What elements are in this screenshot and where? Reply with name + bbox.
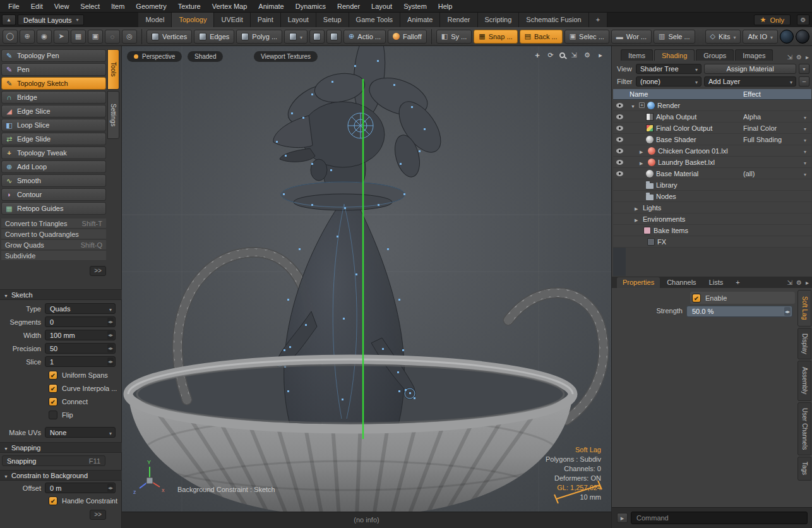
tool-bridge[interactable]: Bridge [1, 91, 106, 104]
table-row-bake-items[interactable]: Bake Items [613, 225, 811, 236]
tab-topology[interactable]: Topology [172, 13, 214, 27]
side-tab-soft-lag[interactable]: Soft Lag [797, 290, 811, 327]
viewport-textures-dropdown[interactable]: Viewport Textures [254, 51, 318, 62]
panel-maximize-icon[interactable] [787, 279, 792, 286]
visibility-cell[interactable] [613, 157, 626, 167]
menu-layout[interactable]: Layout [366, 3, 398, 10]
rotate-icon[interactable] [546, 51, 555, 59]
item-mode-icon[interactable] [309, 30, 325, 44]
effect-dropdown-icon[interactable] [804, 113, 806, 121]
strength-field[interactable]: 50.0 % [686, 306, 792, 317]
checkbox-connect[interactable] [49, 397, 57, 406]
zoom-icon[interactable] [559, 52, 565, 58]
polygons-mode-button[interactable]: Polyg ... [236, 30, 282, 44]
plus-icon[interactable] [639, 102, 645, 108]
stepper-arrows-icon[interactable] [107, 357, 114, 366]
expander-icon[interactable] [635, 204, 640, 212]
tab-images[interactable]: Images [735, 49, 773, 61]
camera-dropdown[interactable]: Perspective [127, 51, 182, 62]
tool-topology-tweak[interactable]: Topology Tweak [1, 147, 106, 159]
viewport-gear-icon[interactable] [583, 51, 592, 59]
visibility-cell[interactable] [613, 145, 626, 156]
globe-select-icon[interactable] [20, 30, 35, 44]
paint-select-icon[interactable] [37, 30, 52, 44]
stepper-arrows-icon[interactable] [107, 344, 114, 352]
constrain-section-header[interactable]: Constrain to Background [0, 470, 122, 481]
viewport-menu-icon[interactable] [596, 51, 605, 59]
table-row-fx[interactable]: FX [613, 236, 811, 248]
tool-edge-slice[interactable]: Edge Slice [1, 105, 106, 117]
tool-topology-pen[interactable]: Topology Pen [1, 49, 106, 62]
effect-dropdown-icon[interactable] [804, 147, 806, 155]
menu-geometry[interactable]: Geometry [130, 3, 172, 10]
modo-logo-icon[interactable] [796, 30, 809, 44]
assign-material-button[interactable]: Assign Material [704, 64, 796, 74]
tab-add-layout[interactable]: + [589, 13, 607, 27]
symmetry-button[interactable]: Sy ... [436, 30, 472, 44]
falloff-button[interactable]: Falloff [388, 30, 427, 44]
layout-up-icon[interactable] [2, 15, 16, 25]
visibility-cell[interactable] [613, 100, 626, 111]
tab-uvedit[interactable]: UVEdit [214, 13, 250, 27]
selection-sets-button[interactable]: Sele ... [654, 30, 695, 44]
menu-edit[interactable]: Edit [25, 3, 49, 10]
tab-lists[interactable]: Lists [703, 277, 729, 288]
tab-game-tools[interactable]: Game Tools [349, 13, 401, 27]
cursor-select-icon[interactable] [54, 30, 69, 44]
stepper-arrows-icon[interactable] [107, 318, 114, 326]
menu-vertex-map[interactable]: Vertex Map [206, 3, 253, 10]
tab-groups[interactable]: Groups [696, 49, 734, 61]
ellipse-select-icon[interactable] [3, 30, 18, 44]
snapping-toggle[interactable]: SnappingF11 [2, 455, 105, 466]
menu-view[interactable]: View [49, 3, 75, 10]
make-uvs-dropdown[interactable]: None [45, 427, 116, 438]
table-row-base-material[interactable]: Base Material (all) [613, 168, 811, 179]
tool-topology-sketch[interactable]: Topology Sketch [1, 77, 106, 90]
tool-loop-slice[interactable]: Loop Slice [1, 119, 106, 131]
tool-add-loop[interactable]: Add Loop [1, 160, 106, 173]
menu-texture[interactable]: Texture [172, 3, 206, 10]
filter-funnel-icon[interactable] [799, 64, 809, 74]
side-tab-display[interactable]: Display [797, 328, 811, 359]
sketch-section-header[interactable]: Sketch [0, 289, 122, 300]
table-row-lights[interactable]: Lights [613, 202, 811, 213]
add-layer-dropdown[interactable]: Add Layer [704, 76, 796, 87]
offset-stepper[interactable]: 0 m [45, 483, 116, 493]
stepper-arrows-icon[interactable] [107, 484, 114, 492]
side-tab-tags[interactable]: Tags [797, 457, 811, 481]
tab-properties[interactable]: Properties [617, 277, 660, 288]
tab-channels[interactable]: Channels [661, 277, 702, 288]
expander-icon[interactable] [640, 159, 645, 166]
visibility-cell[interactable] [613, 168, 626, 179]
table-row-environments[interactable]: Environments [613, 213, 811, 225]
snap-button[interactable]: Snap ... [474, 30, 517, 44]
tool-pen[interactable]: Pen [1, 63, 106, 76]
side-tab-tools[interactable]: Tools [107, 49, 119, 90]
segments-stepper[interactable]: 0 [45, 316, 116, 327]
command-input[interactable] [631, 512, 808, 524]
panel-maximize-icon[interactable] [787, 54, 792, 61]
tab-shading[interactable]: Shading [654, 49, 695, 61]
table-row-chicken-cartoon[interactable]: Chicken Cartoon 01.lxl [613, 145, 811, 157]
command-grow-quads[interactable]: Grow QuadsShift-Q [1, 240, 106, 250]
tab-items[interactable]: Items [621, 49, 653, 61]
type-dropdown[interactable]: Quads [45, 303, 116, 314]
side-tab-settings[interactable]: Settings [107, 91, 119, 139]
view-dropdown[interactable]: Shader Tree [636, 64, 702, 74]
command-convert-quadrangles[interactable]: Convert to Quadrangles [1, 229, 106, 239]
precision-stepper[interactable]: 50 [45, 343, 116, 354]
mode-dropdown[interactable] [284, 30, 307, 44]
menu-select[interactable]: Select [75, 3, 105, 10]
panel-menu-icon[interactable] [806, 279, 809, 286]
viewport-3d[interactable]: Y z x Perspective Shaded Viewport Textur… [122, 46, 611, 512]
stepper-arrows-icon[interactable] [784, 307, 791, 316]
tab-add[interactable]: + [730, 277, 745, 288]
work-plane-button[interactable]: Wor ... [611, 30, 652, 44]
checkbox-curve-interpolation[interactable] [49, 384, 57, 393]
tool-edge-slide[interactable]: Edge Slide [1, 133, 106, 145]
menu-system[interactable]: System [398, 3, 433, 10]
effect-dropdown-icon[interactable] [804, 124, 806, 132]
select-through-button[interactable]: Selec ... [564, 30, 609, 44]
only-button[interactable]: Only [754, 15, 791, 25]
table-row-library[interactable]: Library [613, 179, 811, 191]
